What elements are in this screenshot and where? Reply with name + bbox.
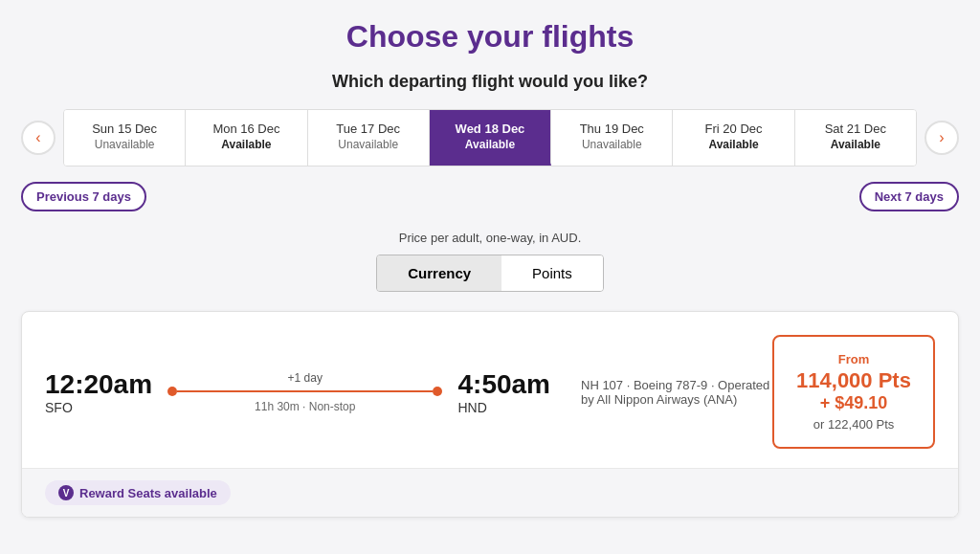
flight-number: NH 107 <box>581 378 623 392</box>
prev-7-days-button[interactable]: Previous 7 days <box>21 182 146 211</box>
depart-airport: SFO <box>45 400 152 415</box>
plus-day: +1 day <box>288 371 323 385</box>
date-tab-tue17[interactable]: Tue 17 Dec Unavailable <box>308 110 430 166</box>
arrival-block: 4:50am HND <box>457 369 550 415</box>
flight-card: 12:20am SFO +1 day 11h 30m · Non-stop 4:… <box>21 311 959 518</box>
duration-line: +1 day 11h 30m · Non-stop <box>167 371 442 413</box>
flight-footer: V Reward Seats available <box>22 468 958 517</box>
depart-dot <box>167 387 177 396</box>
date-tab-thu19[interactable]: Thu 19 Dec Unavailable <box>551 110 673 166</box>
duration-text: 11h 30m · Non-stop <box>255 400 355 413</box>
flight-details: NH 107 · Boeing 787-9 · Operated by All … <box>581 378 772 407</box>
date-tab-mon16[interactable]: Mon 16 Dec Available <box>186 110 307 166</box>
date-nav-buttons: Previous 7 days Next 7 days <box>21 182 959 211</box>
date-tab-sat21[interactable]: Sat 21 Dec Available <box>795 110 916 166</box>
route-line <box>177 390 433 392</box>
reward-badge: V Reward Seats available <box>45 480 231 505</box>
reward-icon: V <box>58 485 74 500</box>
date-tabs: Sun 15 Dec Unavailable Mon 16 Dec Availa… <box>63 109 917 166</box>
date-tab-sun15[interactable]: Sun 15 Dec Unavailable <box>64 110 186 166</box>
next-arrow-button[interactable]: › <box>924 121 959 155</box>
aircraft-type: Boeing 787-9 <box>634 378 707 392</box>
from-label: From <box>793 352 914 366</box>
date-tab-fri20[interactable]: Fri 20 Dec Available <box>673 110 794 166</box>
route-line-row <box>167 387 442 396</box>
arrive-dot <box>433 387 442 396</box>
depart-time: 12:20am <box>45 369 152 400</box>
prev-arrow-button[interactable]: ‹ <box>21 121 56 155</box>
flight-main: 12:20am SFO +1 day 11h 30m · Non-stop 4:… <box>22 312 958 468</box>
pts-main: 114,000 Pts <box>793 368 914 393</box>
price-note: Price per adult, one-way, in AUD. <box>399 231 582 245</box>
arrive-airport: HND <box>457 400 550 415</box>
price-box[interactable]: From 114,000 Pts + $49.10 or 122,400 Pts <box>772 335 935 449</box>
date-navigation: ‹ Sun 15 Dec Unavailable Mon 16 Dec Avai… <box>21 109 959 166</box>
reward-label: Reward Seats available <box>79 486 217 500</box>
next-7-days-button[interactable]: Next 7 days <box>859 182 959 211</box>
currency-toggle-button[interactable]: Currency <box>377 255 501 291</box>
or-pts: or 122,400 Pts <box>793 417 914 432</box>
points-toggle-button[interactable]: Points <box>501 255 603 291</box>
page-title: Choose your flights <box>346 19 634 55</box>
page-subtitle: Which departing flight would you like? <box>332 72 648 92</box>
departure-block: 12:20am SFO <box>45 369 152 415</box>
arrive-time: 4:50am <box>457 369 550 400</box>
plus-cash: + $49.10 <box>793 393 914 413</box>
flight-info: 12:20am SFO +1 day 11h 30m · Non-stop 4:… <box>45 369 772 415</box>
currency-points-toggle: Currency Points <box>376 255 604 292</box>
date-tab-wed18[interactable]: Wed 18 Dec Available <box>430 110 551 166</box>
